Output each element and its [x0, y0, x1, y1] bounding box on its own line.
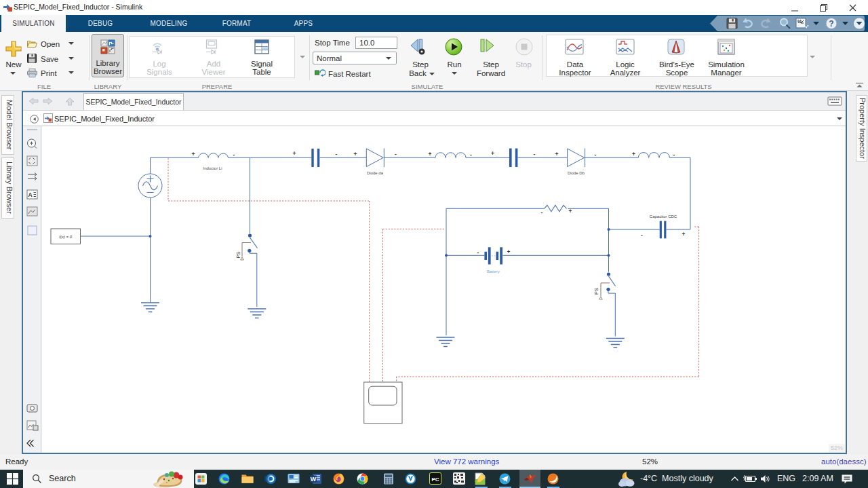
svg-text:-: -: [534, 151, 536, 157]
svg-text:+: +: [682, 231, 686, 238]
svg-text:A: A: [28, 191, 33, 198]
svg-text:?: ?: [829, 19, 833, 29]
svg-text:f(x) = 0: f(x) = 0: [59, 235, 73, 239]
svg-text:Capacitor CDC: Capacitor CDC: [650, 214, 677, 219]
svg-text:+: +: [429, 151, 432, 157]
svg-text:-: -: [673, 151, 675, 158]
svg-text:-: -: [641, 231, 643, 238]
svg-text:Diode Db: Diode Db: [568, 171, 585, 175]
svg-text:-: -: [233, 151, 235, 158]
svg-text:Inductor Li: Inductor Li: [203, 166, 222, 170]
svg-text:-: -: [541, 209, 543, 216]
svg-text:+: +: [491, 150, 494, 157]
svg-text:PS: PS: [235, 251, 241, 258]
svg-text:-: -: [395, 151, 397, 157]
svg-text:+: +: [569, 208, 572, 214]
svg-text:-: -: [336, 151, 338, 157]
svg-text:-: -: [595, 151, 597, 158]
svg-text:+: +: [293, 150, 296, 157]
svg-text:W: W: [311, 476, 317, 483]
svg-text:+: +: [632, 151, 635, 157]
svg-text:+: +: [507, 248, 511, 255]
svg-text:PC: PC: [431, 476, 439, 483]
svg-text:-: -: [477, 249, 479, 256]
svg-text:-: -: [470, 151, 472, 158]
svg-text:PS: PS: [593, 288, 599, 295]
svg-text:Battery: Battery: [487, 269, 500, 274]
svg-text:+: +: [555, 151, 559, 157]
svg-text:+: +: [192, 151, 195, 157]
svg-text:+: +: [354, 151, 357, 157]
svg-text:Diode da: Diode da: [367, 171, 384, 175]
